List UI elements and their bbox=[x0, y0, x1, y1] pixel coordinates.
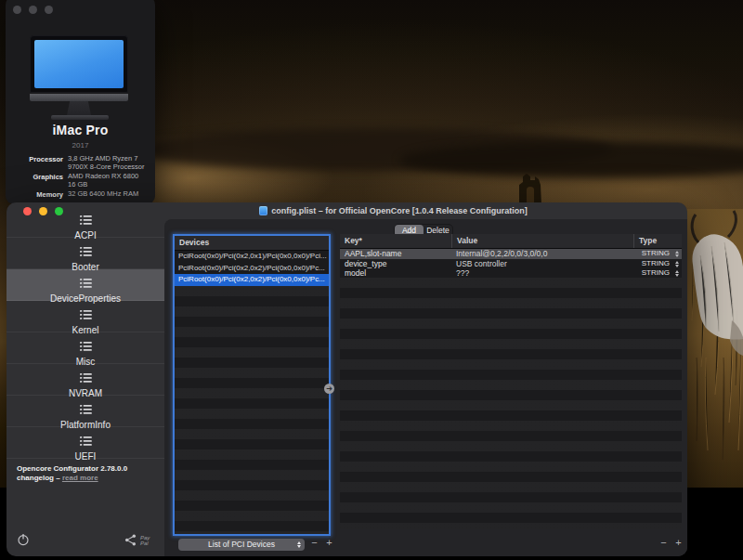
column-header-key[interactable]: Key* bbox=[340, 234, 451, 248]
share-icon[interactable] bbox=[124, 534, 137, 546]
paypal-line: Pal bbox=[140, 540, 150, 546]
table-row[interactable]: AAPL,slot-nameInternal@0,2,2/0,0/3,0/0,0… bbox=[340, 249, 682, 259]
dropdown-stepper-icon bbox=[297, 541, 301, 548]
read-more-link[interactable]: read more bbox=[62, 474, 98, 482]
column-header-type[interactable]: Type bbox=[633, 234, 682, 248]
spec-row: Processor3,8 GHz AMD Ryzen 7 9700X 8-Cor… bbox=[11, 155, 150, 171]
spec-value: AMD Radeon RX 6800 16 GB bbox=[68, 173, 148, 189]
properties-table-panel: Key* Value Type AAPL,slot-nameInternal@0… bbox=[340, 234, 682, 529]
wallpaper-animal bbox=[687, 209, 743, 488]
minimize-button[interactable] bbox=[29, 6, 37, 14]
wallpaper-mountains bbox=[399, 141, 743, 178]
stepper-icon[interactable] bbox=[675, 261, 679, 267]
device-row[interactable]: PciRoot(0x0)/Pci(0x2,0x2)/Pci(0x0,0x0)/P… bbox=[175, 274, 329, 286]
plist-doc-icon bbox=[259, 206, 267, 215]
desktop: iMac Pro 2017 Processor3,8 GHz AMD Ryzen… bbox=[0, 0, 743, 560]
list-bullet-icon bbox=[80, 212, 92, 221]
table-row[interactable]: model???STRING bbox=[340, 268, 682, 279]
list-bullet-icon bbox=[80, 338, 92, 347]
imac-specs-window: iMac Pro 2017 Processor3,8 GHz AMD Ryzen… bbox=[6, 0, 155, 204]
sidebar-item-booter[interactable]: Booter bbox=[7, 238, 164, 269]
list-bullet-icon bbox=[80, 401, 92, 410]
property-add-remove: − + bbox=[659, 537, 683, 549]
sidebar-item-platforminfo[interactable]: PlatformInfo bbox=[7, 396, 164, 427]
cell-type: STRING bbox=[633, 249, 682, 259]
cell-type: STRING bbox=[633, 259, 682, 269]
sidebar: ACPIBooterDevicePropertiesKernelMiscNVRA… bbox=[7, 202, 164, 556]
add-property-button[interactable]: + bbox=[674, 537, 683, 549]
opencore-configurator-window: config.plist – for Official OpenCore [1.… bbox=[7, 202, 687, 556]
list-bullet-icon bbox=[80, 306, 92, 316]
table-header: Key* Value Type bbox=[340, 234, 682, 249]
spec-row: GraphicsAMD Radeon RX 6800 16 GB bbox=[11, 173, 150, 189]
list-bullet-icon bbox=[80, 275, 92, 284]
imac-screen bbox=[34, 40, 124, 88]
list-bullet-icon bbox=[80, 243, 92, 253]
cell-value: USB controller bbox=[451, 259, 633, 269]
empty-rows-stripes bbox=[340, 278, 682, 529]
list-bullet-icon bbox=[80, 370, 92, 379]
stepper-icon[interactable] bbox=[675, 270, 679, 277]
paypal-line: Pay bbox=[140, 535, 150, 540]
spec-row: Memory32 GB 6400 MHz RAM bbox=[11, 190, 150, 199]
sidebar-item-acpi[interactable]: ACPI bbox=[7, 206, 164, 238]
empty-rows-stripes bbox=[175, 286, 329, 534]
sidebar-item-nvram[interactable]: NVRAM bbox=[7, 364, 164, 396]
imac-image bbox=[30, 35, 128, 93]
list-bullet-icon bbox=[80, 433, 92, 442]
spec-value: 32 GB 6400 MHz RAM bbox=[68, 190, 148, 199]
window-controls bbox=[13, 6, 53, 14]
type-value: STRING bbox=[642, 249, 670, 257]
share-group: Pay Pal bbox=[124, 534, 150, 546]
devices-add-remove: − + bbox=[310, 537, 333, 549]
add-device-button[interactable]: + bbox=[325, 537, 333, 549]
devices-column-header[interactable]: Devices bbox=[175, 236, 329, 251]
column-header-value[interactable]: Value bbox=[451, 234, 633, 248]
devices-rows: PciRoot(0x0)/Pci(0x2,0x1)/Pci(0x0,0x0)/P… bbox=[175, 251, 329, 286]
imac-stand bbox=[67, 101, 91, 115]
close-button[interactable] bbox=[13, 6, 21, 14]
type-value: STRING bbox=[642, 268, 670, 277]
forward-arrow-icon[interactable]: ➔ bbox=[324, 384, 334, 394]
spec-list: Processor3,8 GHz AMD Ryzen 7 9700X 8-Cor… bbox=[11, 155, 150, 201]
power-icon[interactable] bbox=[17, 533, 30, 546]
table-row[interactable]: device_typeUSB controllerSTRING bbox=[340, 259, 682, 269]
window-title-text: config.plist – for Official OpenCore [1.… bbox=[271, 206, 528, 215]
type-value: STRING bbox=[642, 259, 670, 267]
cell-key: AAPL,slot-name bbox=[340, 249, 451, 259]
spec-value: 3,8 GHz AMD Ryzen 7 9700X 8-Core Process… bbox=[68, 155, 148, 171]
cell-type: STRING bbox=[633, 268, 682, 279]
sidebar-item-uefi[interactable]: UEFI bbox=[7, 427, 164, 459]
sidebar-item-label: UEFI bbox=[7, 451, 164, 462]
spec-label: Graphics bbox=[11, 173, 68, 189]
devices-list-panel: Devices PciRoot(0x0)/Pci(0x2,0x1)/Pci(0x… bbox=[173, 234, 331, 536]
sidebar-item-kernel[interactable]: Kernel bbox=[7, 301, 164, 332]
imac-stand-base bbox=[51, 115, 109, 120]
cell-key: device_type bbox=[340, 259, 451, 269]
sidebar-item-deviceproperties[interactable]: DeviceProperties bbox=[7, 269, 164, 301]
paypal-link[interactable]: Pay Pal bbox=[140, 535, 150, 546]
imac-chin bbox=[30, 94, 128, 101]
spec-label: Processor bbox=[11, 155, 68, 171]
cell-value: Internal@0,2,2/0,0/3,0/0,0 bbox=[451, 249, 633, 259]
table-rows: AAPL,slot-nameInternal@0,2,2/0,0/3,0/0,0… bbox=[340, 249, 682, 279]
stepper-icon[interactable] bbox=[675, 251, 679, 257]
sidebar-item-misc[interactable]: Misc bbox=[7, 332, 164, 364]
window-title: config.plist – for Official OpenCore [1.… bbox=[109, 206, 678, 215]
devices-type-dropdown[interactable]: List of PCI Devices bbox=[178, 539, 305, 551]
dropdown-value: List of PCI Devices bbox=[208, 540, 275, 549]
spec-label: Memory bbox=[11, 190, 68, 199]
cell-value: ??? bbox=[451, 268, 633, 279]
cell-key: model bbox=[340, 268, 451, 279]
device-row[interactable]: PciRoot(0x0)/Pci(0x2,0x2)/Pci(0x0,0x0)/P… bbox=[175, 263, 329, 275]
changelog-text: Opencore Configurator 2.78.0.0 changelog… bbox=[17, 464, 156, 483]
wallpaper-ruin bbox=[516, 173, 544, 204]
sidebar-nav: ACPIBooterDevicePropertiesKernelMiscNVRA… bbox=[7, 206, 164, 459]
remove-device-button[interactable]: − bbox=[310, 537, 319, 549]
remove-property-button[interactable]: − bbox=[659, 537, 668, 549]
model-year: 2017 bbox=[6, 141, 155, 150]
model-title: iMac Pro bbox=[6, 123, 155, 137]
zoom-button[interactable] bbox=[45, 6, 53, 14]
device-row[interactable]: PciRoot(0x0)/Pci(0x2,0x1)/Pci(0x0,0x0)/P… bbox=[175, 251, 329, 263]
